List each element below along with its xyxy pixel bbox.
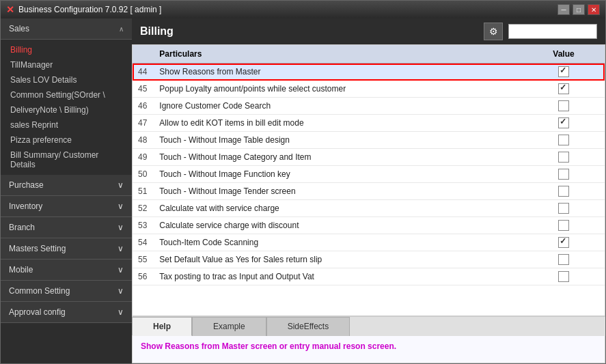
checkbox[interactable] xyxy=(558,117,569,128)
inventory-chevron-icon: ∨ xyxy=(118,201,124,211)
row-num: 47 xyxy=(133,115,154,132)
table-row[interactable]: 52Calculate vat with service charge xyxy=(133,200,605,217)
row-value[interactable] xyxy=(523,183,605,200)
checkbox[interactable] xyxy=(558,271,569,282)
sidebar-branch-label: Branch xyxy=(9,223,35,232)
table-row[interactable]: 56Tax posting to trac as Input and Outpu… xyxy=(133,268,605,285)
row-num: 46 xyxy=(133,98,154,115)
table-row[interactable]: 55Set Default Value as Yes for Sales ret… xyxy=(133,251,605,268)
row-num: 52 xyxy=(133,200,154,217)
table-row[interactable]: 50Touch - Without Image Function key xyxy=(133,166,605,183)
sidebar-common-label: Common Setting xyxy=(9,286,70,296)
close-button[interactable]: ✕ xyxy=(588,4,600,15)
search-input[interactable] xyxy=(508,24,597,39)
table-row[interactable]: 54Touch-Item Code Scanning xyxy=(133,234,605,251)
header-right: ⚙ xyxy=(484,23,597,40)
sidebar-section-approval[interactable]: Approval config ∨ xyxy=(1,302,132,323)
table-row[interactable]: 48Touch - Without Image Table design xyxy=(133,132,605,149)
row-value[interactable] xyxy=(523,98,605,115)
checkbox[interactable] xyxy=(558,83,569,94)
checkbox[interactable] xyxy=(558,254,569,265)
table-row[interactable]: 53Calculate service charge with discount xyxy=(133,217,605,234)
row-label: Popup Loyalty amount/points while select… xyxy=(154,81,523,98)
row-num: 55 xyxy=(133,251,154,268)
table-row[interactable]: 45Popup Loyalty amount/points while sele… xyxy=(133,81,605,98)
sidebar-purchase-label: Purchase xyxy=(9,180,44,190)
row-num: 51 xyxy=(133,183,154,200)
sidebar-link-delivery[interactable]: DeliveryNote \ Billing) xyxy=(1,102,132,117)
table-row[interactable]: 51Touch - Without Image Tender screen xyxy=(133,183,605,200)
row-label: Ignore Customer Code Search xyxy=(154,98,523,115)
tab-sideeffects[interactable]: SideEffects xyxy=(266,317,350,336)
row-value[interactable] xyxy=(523,81,605,98)
sidebar-inventory-label: Inventory xyxy=(9,201,42,211)
row-value[interactable] xyxy=(523,132,605,149)
row-value[interactable] xyxy=(523,251,605,268)
row-label: Calculate service charge with discount xyxy=(154,217,523,234)
table-row[interactable]: 46Ignore Customer Code Search xyxy=(133,98,605,115)
row-value[interactable] xyxy=(523,268,605,285)
row-label: Allow to edit KOT items in bill edit mod… xyxy=(154,115,523,132)
maximize-button[interactable]: □ xyxy=(573,4,585,15)
data-table: Particulars Value 44Show Reasons from Ma… xyxy=(133,45,605,285)
sidebar-link-sales-reprint[interactable]: sales Reprint xyxy=(1,117,132,132)
sidebar-link-common-setting[interactable]: Common Setting(SOrder \ xyxy=(1,87,132,102)
purchase-chevron-icon: ∨ xyxy=(118,180,124,190)
sidebar-section-branch[interactable]: Branch ∨ xyxy=(1,217,132,238)
checkbox[interactable] xyxy=(558,66,569,77)
row-num: 53 xyxy=(133,217,154,234)
row-value[interactable] xyxy=(523,200,605,217)
checkbox[interactable] xyxy=(558,169,569,180)
sidebar-section-masters[interactable]: Masters Setting ∨ xyxy=(1,238,132,260)
row-label: Touch - Without Image Tender screen xyxy=(154,183,523,200)
sidebar-section-sales[interactable]: Sales ∧ xyxy=(1,18,132,40)
sidebar-link-tillmanager[interactable]: TillManager xyxy=(1,57,132,72)
tab-example[interactable]: Example xyxy=(192,317,266,336)
sidebar-link-bill-summary[interactable]: Bill Summary/ Customer Details xyxy=(1,148,132,172)
sidebar-section-mobile[interactable]: Mobile ∨ xyxy=(1,260,132,281)
row-num: 49 xyxy=(133,149,154,166)
row-value[interactable] xyxy=(523,217,605,234)
row-value[interactable] xyxy=(523,64,605,81)
row-label: Touch - Without Image Table design xyxy=(154,132,523,149)
row-label: Touch-Item Code Scanning xyxy=(154,234,523,251)
table-row[interactable]: 44Show Reasons from Master xyxy=(133,64,605,81)
minimize-button[interactable]: ─ xyxy=(557,4,570,15)
col-particulars: Particulars xyxy=(154,45,523,64)
row-label: Tax posting to trac as Input and Output … xyxy=(154,268,523,285)
row-label: Touch - Without Image Category and Item xyxy=(154,149,523,166)
sidebar-mobile-label: Mobile xyxy=(9,265,33,275)
checkbox[interactable] xyxy=(558,203,569,214)
sidebar-link-pizza[interactable]: Pizza preference xyxy=(1,132,132,148)
checkbox[interactable] xyxy=(558,220,569,231)
tab-help[interactable]: Help xyxy=(132,317,192,336)
row-num: 56 xyxy=(133,268,154,285)
row-value[interactable] xyxy=(523,166,605,183)
approval-chevron-icon: ∨ xyxy=(118,307,124,317)
masters-chevron-icon: ∨ xyxy=(118,244,124,253)
row-label: Show Reasons from Master xyxy=(154,64,523,81)
row-value[interactable] xyxy=(523,234,605,251)
common-chevron-icon: ∨ xyxy=(118,286,124,296)
checkbox[interactable] xyxy=(558,237,569,248)
table-row[interactable]: 47Allow to edit KOT items in bill edit m… xyxy=(133,115,605,132)
row-value[interactable] xyxy=(523,149,605,166)
branch-chevron-icon: ∨ xyxy=(118,223,124,232)
sidebar-section-common-setting[interactable]: Common Setting ∨ xyxy=(1,281,132,302)
sidebar-sales-content: Billing TillManager Sales LOV Details Co… xyxy=(1,40,132,175)
checkbox[interactable] xyxy=(558,100,569,111)
row-value[interactable] xyxy=(523,115,605,132)
table-row[interactable]: 49Touch - Without Image Category and Ite… xyxy=(133,149,605,166)
tab-description: Show Reasons from Master screen or entry… xyxy=(141,341,396,351)
gear-button[interactable]: ⚙ xyxy=(484,23,503,40)
sidebar-link-billing[interactable]: Billing xyxy=(1,42,132,57)
checkbox[interactable] xyxy=(558,135,569,145)
row-num: 45 xyxy=(133,81,154,98)
sidebar-link-sales-lov[interactable]: Sales LOV Details xyxy=(1,72,132,87)
checkbox[interactable] xyxy=(558,186,569,197)
sidebar-section-purchase[interactable]: Purchase ∨ xyxy=(1,175,132,196)
checkbox[interactable] xyxy=(558,152,569,163)
window-title: Business Configuration 7.0.92 [ admin ] xyxy=(18,5,161,14)
sidebar-section-inventory[interactable]: Inventory ∨ xyxy=(1,196,132,217)
mobile-chevron-icon: ∨ xyxy=(118,265,124,275)
